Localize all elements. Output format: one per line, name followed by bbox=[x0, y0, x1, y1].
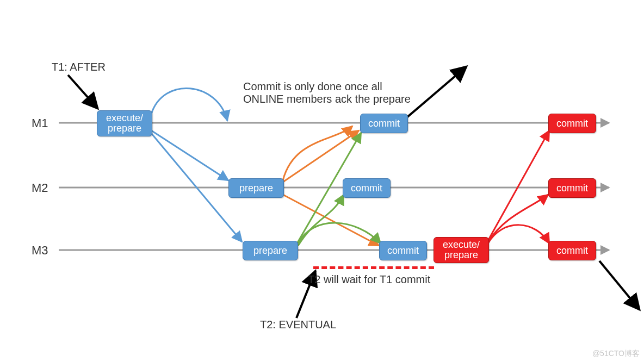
t1-pointer bbox=[68, 75, 98, 109]
box-m2-commit-red: commit bbox=[548, 178, 596, 198]
dashed-wait-line bbox=[313, 266, 434, 269]
box-m1-commit-blue: commit bbox=[360, 114, 408, 133]
label-m1: M1 bbox=[32, 116, 48, 130]
box-m3-commit-blue: commit bbox=[379, 241, 427, 260]
box-m3-commit-red: commit bbox=[548, 241, 596, 260]
box-m3-execute-prepare-red: execute/ prepare bbox=[434, 237, 489, 263]
orange-m2-to-m3commit bbox=[283, 195, 379, 246]
red-m3-to-m2commit bbox=[488, 195, 548, 242]
annot-t1: T1: AFTER bbox=[52, 61, 106, 73]
arrow-out-bottom bbox=[599, 261, 640, 310]
diagram-canvas: { "lanes": { "m1": "M1", "m2": "M2", "m3… bbox=[0, 0, 644, 362]
label-m2: M2 bbox=[32, 181, 48, 195]
arrows-layer bbox=[0, 0, 644, 362]
blue-m1-to-m2prep bbox=[151, 130, 228, 180]
blue-self-m1 bbox=[151, 88, 227, 121]
annot-t2: T2: EVENTUAL bbox=[260, 319, 336, 331]
box-m2-prepare: prepare bbox=[228, 178, 284, 198]
box-m2-commit-blue: commit bbox=[343, 178, 391, 198]
box-m1-commit-red: commit bbox=[548, 114, 596, 133]
annot-wait: T2 will wait for T1 commit bbox=[308, 273, 430, 286]
watermark: @51CTO博客 bbox=[592, 349, 640, 359]
box-m1-execute-prepare: execute/ prepare bbox=[97, 110, 152, 136]
annot-commit-note: Commit is only done once all ONLINE memb… bbox=[243, 80, 411, 105]
red-self-m3 bbox=[488, 225, 549, 244]
label-m3: M3 bbox=[32, 244, 48, 258]
orange-self-m2 bbox=[283, 126, 352, 180]
box-m3-prepare: prepare bbox=[243, 241, 298, 260]
arrow-out-top bbox=[407, 66, 467, 117]
